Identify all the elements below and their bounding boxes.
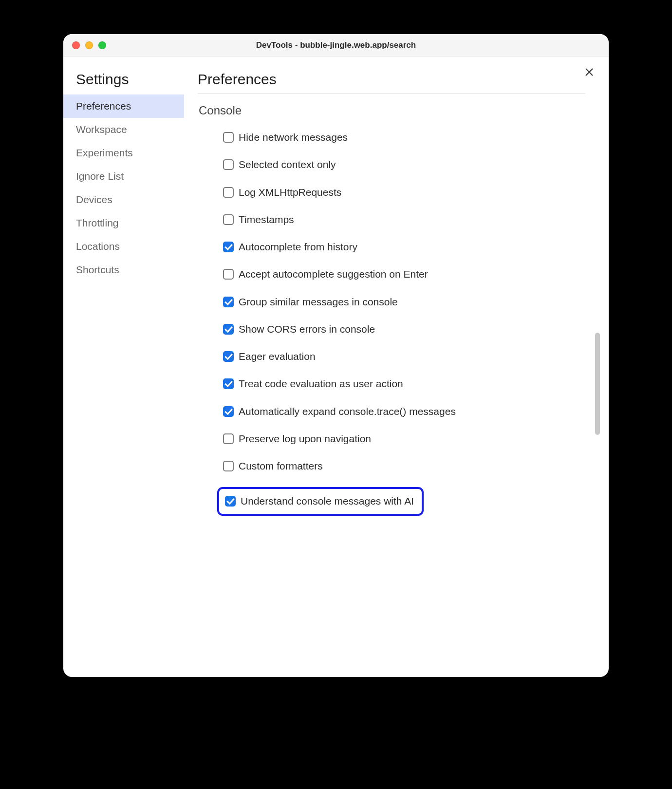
preference-option[interactable]: Custom formatters <box>223 460 496 472</box>
checkbox[interactable] <box>223 159 234 170</box>
option-label: Eager evaluation <box>239 350 316 363</box>
sidebar-title: Settings <box>63 71 184 94</box>
option-label: Show CORS errors in console <box>239 323 375 336</box>
checkbox[interactable] <box>223 132 234 143</box>
checkbox[interactable] <box>223 324 234 335</box>
settings-main-panel: Preferences Console Hide network message… <box>184 56 609 677</box>
option-label: Group similar messages in console <box>239 296 398 308</box>
sidebar-item-preferences[interactable]: Preferences <box>63 94 184 118</box>
checkbox[interactable] <box>223 461 234 471</box>
preference-option[interactable]: Eager evaluation <box>223 350 496 363</box>
option-label: Autocomplete from history <box>239 241 357 253</box>
devtools-window: DevTools - bubble-jingle.web.app/search … <box>63 34 609 677</box>
checkbox[interactable] <box>223 351 234 362</box>
preference-option[interactable]: Preserve log upon navigation <box>223 432 496 445</box>
close-window-button[interactable] <box>72 41 80 49</box>
option-label: Selected context only <box>239 158 336 171</box>
preferences-scroll-area[interactable]: Console Hide network messagesSelected co… <box>198 104 604 677</box>
scrollbar-thumb[interactable] <box>595 333 600 435</box>
option-label: Understand console messages with AI <box>241 495 414 507</box>
sidebar-item-label: Experiments <box>76 147 133 158</box>
preference-option[interactable]: Selected context only <box>223 158 496 171</box>
sidebar-item-label: Throttling <box>76 217 119 228</box>
preference-option[interactable]: Timestamps <box>223 213 496 226</box>
checkbox[interactable] <box>225 496 236 507</box>
preference-option[interactable]: Group similar messages in console <box>223 296 496 308</box>
option-label: Timestamps <box>239 213 294 226</box>
option-label: Treat code evaluation as user action <box>239 377 403 390</box>
preference-option[interactable]: Understand console messages with AI <box>217 487 424 515</box>
sidebar-item-label: Workspace <box>76 124 127 135</box>
sidebar-item-label: Locations <box>76 241 120 252</box>
minimize-window-button[interactable] <box>85 41 93 49</box>
checkbox[interactable] <box>223 242 234 252</box>
preference-option[interactable]: Log XMLHttpRequests <box>223 186 496 199</box>
titlebar: DevTools - bubble-jingle.web.app/search <box>63 34 609 56</box>
traffic-lights <box>63 41 106 49</box>
sidebar-item-label: Preferences <box>76 100 131 112</box>
maximize-window-button[interactable] <box>98 41 106 49</box>
checkbox[interactable] <box>223 269 234 280</box>
sidebar-item-locations[interactable]: Locations <box>63 235 184 258</box>
sidebar-item-throttling[interactable]: Throttling <box>63 211 184 235</box>
checkbox[interactable] <box>223 297 234 307</box>
checkbox[interactable] <box>223 406 234 417</box>
option-label: Log XMLHttpRequests <box>239 186 341 199</box>
checkbox[interactable] <box>223 187 234 198</box>
window-title: DevTools - bubble-jingle.web.app/search <box>63 40 609 50</box>
checkbox[interactable] <box>223 214 234 225</box>
sidebar-item-devices[interactable]: Devices <box>63 188 184 211</box>
preference-option[interactable]: Automatically expand console.trace() mes… <box>223 405 496 418</box>
preference-option[interactable]: Hide network messages <box>223 131 496 144</box>
settings-sidebar: Settings PreferencesWorkspaceExperiments… <box>63 56 184 677</box>
option-label: Custom formatters <box>239 460 323 472</box>
preference-option[interactable]: Treat code evaluation as user action <box>223 377 496 390</box>
option-label: Automatically expand console.trace() mes… <box>239 405 456 418</box>
section-title-console: Console <box>199 104 586 117</box>
sidebar-item-experiments[interactable]: Experiments <box>63 141 184 165</box>
checkbox[interactable] <box>223 433 234 444</box>
option-label: Preserve log upon navigation <box>239 432 371 445</box>
option-label: Accept autocomplete suggestion on Enter <box>239 268 428 281</box>
sidebar-item-label: Devices <box>76 194 112 205</box>
sidebar-item-shortcuts[interactable]: Shortcuts <box>63 258 184 282</box>
preference-option[interactable]: Accept autocomplete suggestion on Enter <box>223 268 496 281</box>
preference-option[interactable]: Show CORS errors in console <box>223 323 496 336</box>
sidebar-item-label: Ignore List <box>76 170 124 182</box>
sidebar-item-ignore-list[interactable]: Ignore List <box>63 165 184 188</box>
checkbox[interactable] <box>223 378 234 389</box>
content-area: Settings PreferencesWorkspaceExperiments… <box>63 56 609 677</box>
preference-option[interactable]: Autocomplete from history <box>223 241 496 253</box>
sidebar-item-label: Shortcuts <box>76 264 119 275</box>
divider <box>198 94 585 94</box>
sidebar-item-workspace[interactable]: Workspace <box>63 118 184 141</box>
page-title: Preferences <box>198 71 604 88</box>
option-label: Hide network messages <box>239 131 348 144</box>
